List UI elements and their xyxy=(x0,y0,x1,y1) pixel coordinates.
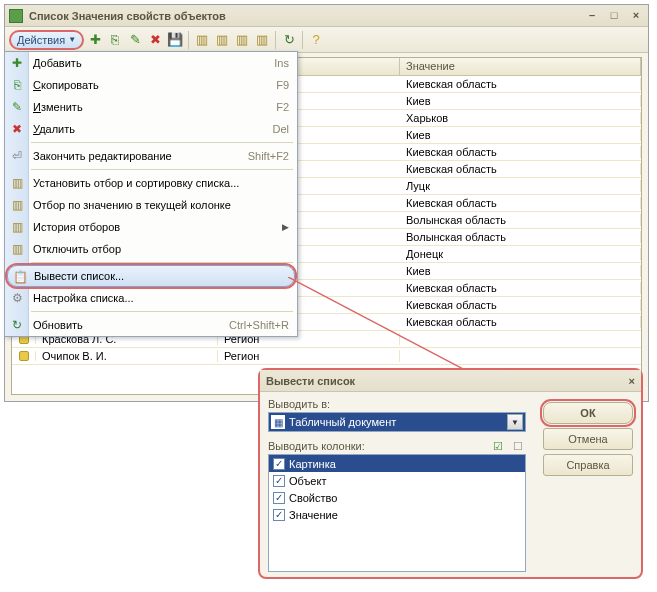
menu-add[interactable]: ✚ Добавить Ins xyxy=(5,52,297,74)
menu-delete-label: Удалить xyxy=(33,123,272,135)
help-icon[interactable]: ? xyxy=(307,31,325,49)
filter3-icon[interactable]: ▥ xyxy=(233,31,251,49)
copy-icon[interactable]: ⎘ xyxy=(106,31,124,49)
columns-listbox[interactable]: ✓Картинка✓Объект✓Свойство✓Значение xyxy=(268,454,526,572)
refresh-icon[interactable]: ↻ xyxy=(280,31,298,49)
filtercol-icon: ▥ xyxy=(9,197,25,213)
window-title: Список Значения свойств объектов xyxy=(29,10,578,22)
menu-edit-shortcut: F2 xyxy=(276,101,289,113)
row-value: Донецк xyxy=(400,248,641,260)
delete-icon: ✖ xyxy=(9,121,25,137)
menu-filtercol[interactable]: ▥ Отбор по значению в текущей колонке xyxy=(5,194,297,216)
close-button[interactable]: × xyxy=(628,9,644,23)
menu-settings[interactable]: ⚙ Настройка списка... xyxy=(5,287,297,309)
menu-copy[interactable]: ⎘ Скопировать F9 xyxy=(5,74,297,96)
filter2-icon[interactable]: ▥ xyxy=(213,31,231,49)
menu-endedit[interactable]: ⏎ Закончить редактирование Shift+F2 xyxy=(5,145,297,167)
row-value: Киевская область xyxy=(400,282,641,294)
delete-icon[interactable]: ✖ xyxy=(146,31,164,49)
col-header-value[interactable]: Значение xyxy=(400,58,641,75)
row-value: Киевская область xyxy=(400,197,641,209)
checkbox[interactable]: ✓ xyxy=(273,509,285,521)
edit-icon[interactable]: ✎ xyxy=(126,31,144,49)
checkbox[interactable]: ✓ xyxy=(273,492,285,504)
menu-filteroff-label: Отключить отбор xyxy=(33,243,289,255)
edit-icon: ✎ xyxy=(9,99,25,115)
menu-export-label: Вывести список... xyxy=(34,270,286,282)
dialog-body: Выводить в: ▦ Табличный документ ▼ Вывод… xyxy=(260,392,641,577)
row-value: Киевская область xyxy=(400,78,641,90)
dialog-close-button[interactable]: × xyxy=(629,375,635,387)
refresh-icon: ↻ xyxy=(9,317,25,333)
combo-value: Табличный документ xyxy=(289,416,396,428)
menu-settings-label: Настройка списка... xyxy=(33,292,289,304)
separator xyxy=(302,31,303,49)
menu-delete[interactable]: ✖ Удалить Del xyxy=(5,118,297,140)
dialog-title: Вывести список xyxy=(266,375,355,387)
menu-export[interactable]: 📋 Вывести список... xyxy=(7,265,295,287)
row-value: Луцк xyxy=(400,180,641,192)
column-name: Свойство xyxy=(289,492,337,504)
menu-add-shortcut: Ins xyxy=(274,57,289,69)
add-icon: ✚ xyxy=(9,55,25,71)
maximize-button[interactable]: □ xyxy=(606,9,622,23)
menu-filtercol-label: Отбор по значению в текущей колонке xyxy=(33,199,289,211)
help-button[interactable]: Справка xyxy=(543,454,633,476)
cancel-button[interactable]: Отмена xyxy=(543,428,633,450)
column-item[interactable]: ✓Объект xyxy=(269,472,525,489)
chevron-down-icon: ▼ xyxy=(68,35,76,44)
menu-filteroff[interactable]: ▥ Отключить отбор xyxy=(5,238,297,260)
column-name: Картинка xyxy=(289,458,336,470)
window-icon xyxy=(9,9,23,23)
chevron-down-icon[interactable]: ▼ xyxy=(507,414,523,430)
separator xyxy=(188,31,189,49)
toolbar: Действия ▼ ✚ ⎘ ✎ ✖ 💾 ▥ ▥ ▥ ▥ ↻ ? xyxy=(5,27,648,53)
actions-label: Действия xyxy=(17,34,65,46)
row-value: Киев xyxy=(400,95,641,107)
history-icon: ▥ xyxy=(9,219,25,235)
titlebar: Список Значения свойств объектов – □ × xyxy=(5,5,648,27)
actions-button[interactable]: Действия ▼ xyxy=(9,30,84,50)
column-item[interactable]: ✓Картинка xyxy=(269,455,525,472)
copy-icon: ⎘ xyxy=(9,77,25,93)
menu-filter-label: Установить отбор и сортировку списка... xyxy=(33,177,289,189)
filteroff-icon: ▥ xyxy=(9,241,25,257)
add-icon[interactable]: ✚ xyxy=(86,31,104,49)
menu-add-label: Добавить xyxy=(33,57,274,69)
menu-refresh[interactable]: ↻ Обновить Ctrl+Shift+R xyxy=(5,314,297,336)
menu-endedit-shortcut: Shift+F2 xyxy=(248,150,289,162)
menu-separator xyxy=(31,169,293,170)
checkbox[interactable]: ✓ xyxy=(273,458,285,470)
checkbox[interactable]: ✓ xyxy=(273,475,285,487)
submenu-arrow-icon: ▶ xyxy=(282,222,289,232)
menu-history[interactable]: ▥ История отборов ▶ xyxy=(5,216,297,238)
spreadsheet-icon: ▦ xyxy=(271,415,285,429)
dialog-buttons: ОК Отмена Справка xyxy=(543,402,633,476)
settings-icon: ⚙ xyxy=(9,290,25,306)
filter1-icon[interactable]: ▥ xyxy=(193,31,211,49)
column-item[interactable]: ✓Значение xyxy=(269,506,525,523)
menu-endedit-label: Закончить редактирование xyxy=(33,150,248,162)
menu-edit[interactable]: ✎ Изменить F2 xyxy=(5,96,297,118)
filter4-icon[interactable]: ▥ xyxy=(253,31,271,49)
save-icon[interactable]: 💾 xyxy=(166,31,184,49)
row-value: Киевская область xyxy=(400,163,641,175)
dialog-titlebar: Вывести список × xyxy=(260,370,641,392)
uncheck-all-icon[interactable]: ☐ xyxy=(510,438,526,454)
row-prop: Регион xyxy=(218,350,400,362)
minimize-button[interactable]: – xyxy=(584,9,600,23)
menu-separator xyxy=(31,311,293,312)
row-value: Киевская область xyxy=(400,299,641,311)
row-icon xyxy=(12,351,36,361)
table-row[interactable]: Очипок В. И.Регион xyxy=(12,348,641,365)
column-item[interactable]: ✓Свойство xyxy=(269,489,525,506)
menu-filter[interactable]: ▥ Установить отбор и сортировку списка..… xyxy=(5,172,297,194)
row-object: Очипок В. И. xyxy=(36,350,218,362)
menu-delete-shortcut: Del xyxy=(272,123,289,135)
export-dialog: Вывести список × Выводить в: ▦ Табличный… xyxy=(258,368,643,579)
output-combo[interactable]: ▦ Табличный документ ▼ xyxy=(268,412,526,432)
ok-button[interactable]: ОК xyxy=(543,402,633,424)
menu-refresh-label: Обновить xyxy=(33,319,229,331)
check-all-icon[interactable]: ☑ xyxy=(490,438,506,454)
columns-label: Выводить колонки: xyxy=(268,440,486,452)
